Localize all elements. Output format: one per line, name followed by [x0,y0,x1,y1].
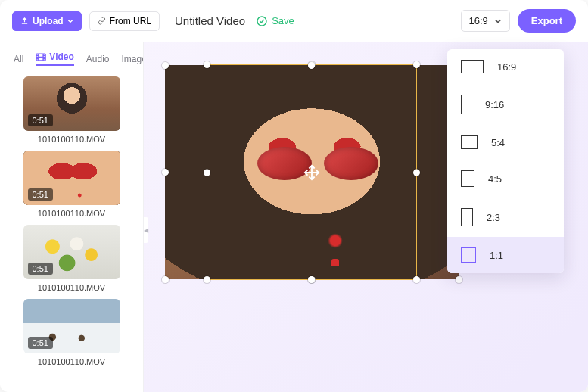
ratio-shape-icon [461,135,478,149]
tab-video-label: Video [49,51,73,62]
video-editor-app: Upload From URL Untitled Video Save 16:9… [0,0,588,392]
ratio-shape-icon [461,208,473,226]
from-url-button[interactable]: From URL [89,11,160,31]
save-label: Save [272,15,294,26]
ratio-label: 4:5 [488,173,502,185]
chevron-down-icon [67,18,73,24]
media-filename: 1010100110.MOV [38,283,105,292]
media-filename: 1010100110.MOV [38,209,105,218]
media-thumbnail[interactable]: 0:51 [23,225,120,279]
ratio-label: 16:9 [497,61,516,73]
media-list: 0:511010100110.MOV0:511010100110.MOV0:51… [11,72,132,371]
upload-button[interactable]: Upload [12,11,82,31]
ratio-option-4-5[interactable]: 4:5 [447,160,564,198]
media-item: 0:511010100110.MOV [11,225,132,297]
ratio-shape-icon [461,95,471,114]
ratio-shape-icon [461,60,484,73]
frame-handle[interactable] [308,62,315,69]
detail [331,259,339,266]
chevron-down-icon [494,17,502,25]
aspect-ratio-menu: 16:99:165:44:52:31:1 [447,49,564,273]
upload-label: Upload [33,16,64,26]
tab-all[interactable]: All [14,51,23,66]
media-thumbnail[interactable]: 0:51 [23,151,120,205]
ratio-option-16-9[interactable]: 16:9 [447,49,564,84]
media-item: 0:511010100110.MOV [11,151,132,222]
panel-collapse-handle[interactable]: ◀ [144,217,148,243]
media-panel: All Video Audio Image 0:511010100110.MOV… [0,42,144,392]
ratio-shape-icon [461,170,474,187]
tab-image[interactable]: Image [122,51,144,66]
tab-video[interactable]: Video [36,51,73,66]
project-title[interactable]: Untitled Video [175,14,245,27]
svg-point-0 [257,17,266,26]
sunglass-lens [257,147,312,180]
link-icon [98,17,106,25]
media-duration: 0:51 [28,114,53,126]
tab-audio[interactable]: Audio [86,51,110,66]
media-duration: 0:51 [28,263,53,275]
ratio-option-2-3[interactable]: 2:3 [447,198,564,237]
export-label: Export [531,15,562,26]
ratio-option-9-16[interactable]: 9:16 [447,84,564,125]
ratio-label: 9:16 [485,99,504,110]
ratio-option-1-1[interactable]: 1:1 [447,237,564,273]
media-thumbnail[interactable]: 0:51 [23,299,120,353]
frame-handle[interactable] [308,276,315,283]
aspect-ratio-select[interactable]: 16:9 [461,10,510,32]
media-thumbnail[interactable]: 0:51 [23,76,120,131]
canvas-image [165,65,459,279]
media-item: 0:511010100110.MOV [11,299,132,371]
frame-handle[interactable] [162,276,169,283]
from-url-label: From URL [110,16,151,26]
sunglass-lens [324,147,378,180]
title-area: Untitled Video Save [175,14,294,27]
ratio-label: 5:4 [491,137,505,148]
canvas-frame[interactable] [165,65,459,279]
ratio-option-5-4[interactable]: 5:4 [447,125,564,160]
check-circle-icon [256,15,268,27]
upload-icon [20,17,29,25]
ratio-shape-icon [461,247,476,263]
save-status: Save [256,15,294,27]
frame-handle[interactable] [162,62,169,69]
ratio-label: 1:1 [490,250,503,261]
ratio-label: 2:3 [487,212,500,223]
topbar: Upload From URL Untitled Video Save 16:9… [0,0,588,42]
aspect-ratio-value: 16:9 [469,15,488,26]
media-filename: 1010100110.MOV [38,357,105,366]
media-duration: 0:51 [28,188,53,201]
media-item: 0:511010100110.MOV [11,76,132,148]
export-button[interactable]: Export [518,9,576,33]
media-filename: 1010100110.MOV [38,135,105,144]
frame-handle[interactable] [162,169,169,176]
video-icon [36,53,46,61]
media-duration: 0:51 [28,337,53,349]
frame-handle[interactable] [456,276,462,283]
media-tabs: All Video Audio Image [11,42,132,72]
